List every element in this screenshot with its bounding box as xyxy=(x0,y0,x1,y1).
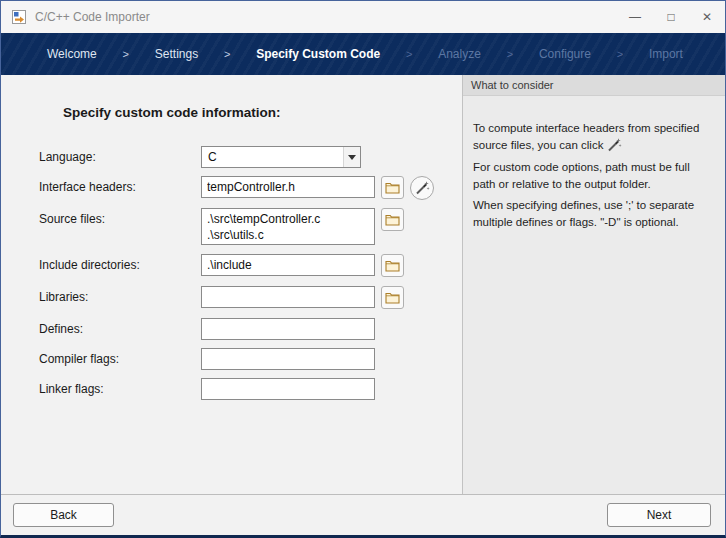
custom-code-form: Language: C Interface headers: xyxy=(39,146,462,400)
libraries-label: Libraries: xyxy=(39,286,201,304)
back-button[interactable]: Back xyxy=(13,503,114,527)
browse-libraries-button[interactable] xyxy=(381,286,404,309)
chevron-down-icon xyxy=(348,155,356,160)
step-separator: > xyxy=(406,48,412,60)
field-row-source-files: Source files: .\src\tempController.c .\s… xyxy=(39,208,462,245)
app-icon xyxy=(11,9,27,25)
main-content: Specify custom code information: Languag… xyxy=(1,75,462,494)
language-dropdown[interactable]: C xyxy=(201,146,361,168)
step-separator: > xyxy=(123,48,129,60)
interface-headers-label: Interface headers: xyxy=(39,176,201,194)
autocompute-headers-wand-button[interactable] xyxy=(410,176,434,200)
libraries-input[interactable] xyxy=(201,286,375,308)
step-separator: > xyxy=(507,48,513,60)
close-button[interactable]: ✕ xyxy=(689,1,725,33)
field-row-linker-flags: Linker flags: xyxy=(39,378,462,400)
field-row-language: Language: C xyxy=(39,146,462,168)
dropdown-button[interactable] xyxy=(343,147,360,167)
include-directories-input[interactable] xyxy=(201,254,375,276)
linker-flags-label: Linker flags: xyxy=(39,378,201,396)
window-title: C/C++ Code Importer xyxy=(35,10,150,24)
field-row-interface-headers: Interface headers: xyxy=(39,176,462,200)
page-title: Specify custom code information: xyxy=(63,105,462,120)
folder-icon xyxy=(385,213,400,226)
maximize-button[interactable]: □ xyxy=(653,1,689,33)
defines-label: Defines: xyxy=(39,318,201,336)
compiler-flags-input[interactable] xyxy=(201,348,375,370)
step-welcome[interactable]: Welcome xyxy=(47,47,97,61)
next-button[interactable]: Next xyxy=(607,503,711,527)
field-row-compiler-flags: Compiler flags: xyxy=(39,348,462,370)
step-settings[interactable]: Settings xyxy=(155,47,198,61)
tip-paths: For custom code options, path must be fu… xyxy=(473,159,713,194)
help-sidebar: What to consider To compute interface he… xyxy=(462,75,725,494)
browse-include-directories-button[interactable] xyxy=(381,254,404,277)
folder-icon xyxy=(385,291,400,304)
sidebar-body: To compute interface headers from specif… xyxy=(463,96,725,236)
language-selected-value: C xyxy=(202,147,343,167)
tip-defines: When specifying defines, use ';' to sepa… xyxy=(473,197,713,232)
footer: Back Next xyxy=(1,495,725,535)
folder-icon xyxy=(385,259,400,272)
step-analyze: Analyze xyxy=(438,47,481,61)
step-configure: Configure xyxy=(539,47,591,61)
sidebar-title: What to consider xyxy=(463,75,725,96)
step-import: Import xyxy=(649,47,683,61)
compiler-flags-label: Compiler flags: xyxy=(39,348,201,366)
window-controls: — □ ✕ xyxy=(617,1,725,33)
step-separator: > xyxy=(224,48,230,60)
source-files-input[interactable]: .\src\tempController.c .\src\utils.c xyxy=(201,208,375,245)
language-label: Language: xyxy=(39,146,201,164)
browse-source-files-button[interactable] xyxy=(381,208,404,231)
minimize-button[interactable]: — xyxy=(617,1,653,33)
include-directories-label: Include directories: xyxy=(39,254,201,272)
tip-compute-headers: To compute interface headers from specif… xyxy=(473,120,713,155)
interface-headers-input[interactable] xyxy=(201,176,375,198)
linker-flags-input[interactable] xyxy=(201,378,375,400)
app-window: C/C++ Code Importer — □ ✕ Welcome > Sett… xyxy=(0,0,726,538)
source-files-label: Source files: xyxy=(39,208,201,226)
step-navbar: Welcome > Settings > Specify Custom Code… xyxy=(1,33,725,75)
step-specify-custom-code[interactable]: Specify Custom Code xyxy=(256,47,380,61)
body: Specify custom code information: Languag… xyxy=(1,75,725,494)
titlebar: C/C++ Code Importer — □ ✕ xyxy=(1,1,725,33)
folder-icon xyxy=(385,181,400,194)
wand-icon xyxy=(606,137,622,153)
field-row-defines: Defines: xyxy=(39,318,462,340)
browse-interface-headers-button[interactable] xyxy=(381,176,404,199)
field-row-libraries: Libraries: xyxy=(39,286,462,309)
field-row-include-directories: Include directories: xyxy=(39,254,462,277)
wand-icon xyxy=(414,180,430,196)
defines-input[interactable] xyxy=(201,318,375,340)
tip-compute-headers-text: To compute interface headers from specif… xyxy=(473,122,699,151)
step-separator: > xyxy=(617,48,623,60)
